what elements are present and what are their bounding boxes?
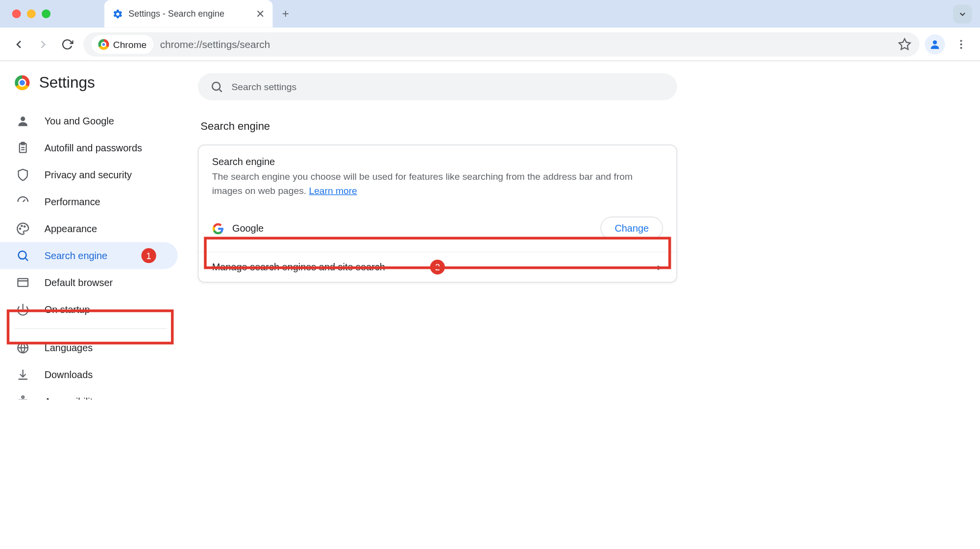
globe-icon (16, 341, 29, 354)
svg-line-25 (220, 90, 222, 92)
sidebar-item-label: Performance (45, 196, 100, 207)
sidebar-title: Settings (39, 73, 95, 92)
search-engine-card: Search engine The search engine you choo… (198, 144, 677, 283)
svg-point-14 (19, 251, 26, 259)
svg-point-3 (960, 43, 962, 45)
new-tab-button[interactable]: + (282, 7, 289, 21)
annotation-badge-1: 1 (141, 248, 156, 263)
svg-point-11 (20, 228, 21, 229)
minimize-window-button[interactable] (27, 9, 36, 18)
main-content: Search settings Search engine Search eng… (182, 61, 693, 400)
google-logo-icon (212, 223, 223, 234)
selected-engine-row: Google Change (198, 209, 676, 252)
sidebar-item-languages[interactable]: Languages (0, 334, 178, 361)
svg-point-24 (212, 82, 220, 90)
accessibility-icon (16, 395, 29, 400)
svg-point-22 (22, 396, 24, 399)
sidebar-item-performance[interactable]: Performance (0, 189, 178, 215)
chrome-logo-icon (15, 75, 29, 90)
svg-marker-0 (899, 39, 910, 49)
browser-toolbar: Chrome chrome://settings/search (0, 27, 980, 61)
search-icon (16, 249, 29, 262)
bookmark-star-icon[interactable] (898, 37, 911, 50)
reload-button[interactable] (56, 33, 78, 55)
sidebar-item-label: Privacy and security (45, 169, 132, 180)
sidebar-item-label: Appearance (45, 223, 97, 234)
manage-search-engines-row[interactable]: Manage search engines and site search ▸ … (198, 252, 676, 282)
tab-title: Settings - Search engine (128, 9, 224, 19)
sidebar-item-appearance[interactable]: Appearance (0, 215, 178, 242)
address-bar[interactable]: Chrome chrome://settings/search (83, 32, 919, 56)
person-icon (16, 115, 29, 128)
sidebar-item-downloads[interactable]: Downloads (0, 361, 178, 388)
back-button[interactable] (8, 33, 29, 55)
sidebar-item-default-browser[interactable]: Default browser (0, 269, 178, 296)
profile-button[interactable] (925, 34, 945, 54)
toolbar-right (925, 33, 972, 55)
sidebar-item-privacy[interactable]: Privacy and security (0, 162, 178, 189)
sidebar-item-label: You and Google (45, 116, 114, 126)
search-placeholder: Search settings (232, 81, 297, 92)
site-chip[interactable]: Chrome (92, 35, 153, 53)
annotation-badge-2: 2 (430, 260, 445, 274)
chrome-icon (98, 39, 109, 49)
menu-button[interactable] (951, 33, 972, 55)
sidebar-item-autofill[interactable]: Autofill and passwords (0, 135, 178, 162)
sidebar-separator (15, 328, 167, 329)
power-icon (16, 303, 29, 316)
maximize-window-button[interactable] (42, 9, 50, 18)
card-description: The search engine you choose will be use… (212, 169, 663, 198)
card-heading: Search engine (212, 156, 663, 167)
sidebar-item-you-and-google[interactable]: You and Google (0, 108, 178, 135)
sidebar-item-on-startup[interactable]: On startup (0, 296, 178, 323)
sidebar: Settings You and Google Autofill and pas… (0, 61, 182, 400)
svg-point-5 (21, 117, 25, 121)
svg-point-13 (24, 226, 25, 227)
tabs-dropdown-button[interactable] (953, 4, 972, 23)
close-tab-icon[interactable]: ✕ (256, 7, 265, 20)
section-title: Search engine (200, 120, 674, 133)
sidebar-item-label: Autofill and passwords (45, 143, 142, 153)
url-text: chrome://settings/search (160, 38, 270, 49)
sidebar-item-label: Accessibility (45, 396, 98, 400)
selected-engine-name: Google (232, 223, 264, 234)
sidebar-item-label: Downloads (45, 369, 93, 380)
speedometer-icon (16, 195, 29, 208)
close-window-button[interactable] (12, 9, 21, 18)
manage-label: Manage search engines and site search (212, 262, 385, 272)
sidebar-item-label: Default browser (45, 277, 113, 288)
nav-buttons (8, 33, 78, 55)
svg-line-15 (25, 258, 28, 261)
active-tab[interactable]: Settings - Search engine ✕ (104, 0, 272, 27)
sidebar-item-label: Search engine (45, 250, 107, 261)
change-button[interactable]: Change (601, 216, 663, 239)
svg-point-1 (933, 40, 937, 44)
sidebar-item-accessibility[interactable]: Accessibility (0, 388, 178, 400)
chip-label: Chrome (113, 39, 147, 49)
window-icon (16, 276, 29, 289)
shield-icon (16, 168, 29, 181)
clipboard-icon (16, 141, 29, 154)
sidebar-item-label: Languages (45, 342, 93, 353)
svg-point-12 (21, 225, 22, 226)
search-icon (210, 80, 223, 93)
window-controls (12, 9, 50, 18)
svg-line-10 (23, 200, 25, 202)
search-settings-input[interactable]: Search settings (198, 73, 677, 100)
svg-point-4 (960, 47, 962, 48)
forward-button[interactable] (32, 33, 54, 55)
gear-icon (112, 8, 123, 19)
sidebar-item-search-engine[interactable]: Search engine 1 (0, 242, 178, 269)
sidebar-item-label: On startup (45, 304, 90, 315)
download-icon (16, 368, 29, 381)
content: Settings You and Google Autofill and pas… (0, 61, 980, 400)
sidebar-header: Settings (0, 73, 182, 108)
svg-point-2 (960, 40, 962, 42)
chevron-right-icon: ▸ (658, 262, 663, 272)
palette-icon (16, 222, 29, 235)
svg-rect-16 (18, 279, 28, 286)
browser-tab-strip: Settings - Search engine ✕ + (0, 0, 980, 27)
learn-more-link[interactable]: Learn more (309, 185, 357, 196)
